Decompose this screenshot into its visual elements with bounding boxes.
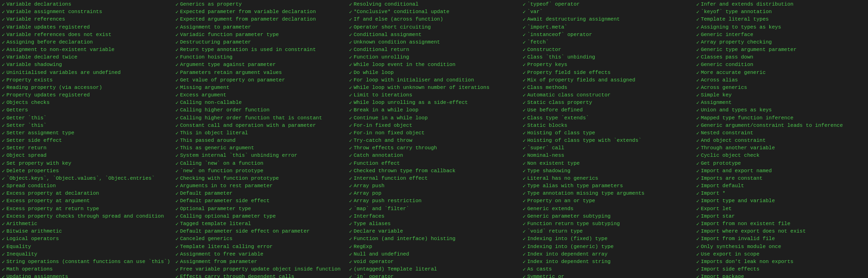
list-item[interactable]: ✓Declare variable	[349, 228, 519, 235]
list-item[interactable]: ✓Property keys	[523, 61, 693, 69]
list-item[interactable]: ✓Try-catch and throw	[349, 137, 519, 145]
list-item[interactable]: ✓Property updates registered	[2, 92, 172, 99]
list-item[interactable]: ✓Assigning to types as keys	[696, 24, 866, 31]
list-item[interactable]: ✓And object constraint	[696, 137, 866, 145]
list-item[interactable]: ✓Type shadowing	[523, 168, 693, 175]
list-item[interactable]: ✓`instanceof` operator	[523, 31, 693, 39]
list-item[interactable]: ✓Limit to iterations	[349, 92, 519, 99]
list-item[interactable]: ✓Export let	[696, 205, 866, 213]
list-item[interactable]: ✓Import side effects	[696, 266, 866, 273]
list-item[interactable]: ✓Assignment	[696, 99, 866, 107]
list-item[interactable]: ✓While loop event in the condition	[349, 61, 519, 69]
list-item[interactable]: ✓Spread condition	[2, 183, 172, 190]
list-item[interactable]: ✓Do while loop	[349, 69, 519, 77]
list-item[interactable]: ✓Arguments in to rest parameter	[175, 183, 345, 190]
list-item[interactable]: ✓Property exists	[2, 77, 172, 84]
list-item[interactable]: ✓Type alias with type parameters	[523, 183, 693, 190]
list-item[interactable]: ✓Setter side effect	[2, 137, 172, 145]
list-item[interactable]: ✓Await destructuring assignment	[523, 16, 693, 23]
list-item[interactable]: ✓Updating assignments	[2, 273, 172, 278]
list-item[interactable]: ✓Variable assignment constraints	[2, 8, 172, 16]
list-item[interactable]: ✓Function unrolling	[349, 54, 519, 61]
list-item[interactable]: ✓Automatic class constructor	[523, 92, 693, 99]
list-item[interactable]: ✓Array pop	[349, 190, 519, 198]
list-item[interactable]: ✓Setter assignment type	[2, 130, 172, 137]
list-item[interactable]: ✓Template literal calling error	[175, 243, 345, 251]
list-item[interactable]: ✓`map` and `filter`	[349, 205, 519, 213]
list-item[interactable]: ✓Class `this` unbinding	[523, 54, 693, 61]
list-item[interactable]: ✓Excess argument	[175, 92, 345, 99]
list-item[interactable]: ✓Null and undefined	[349, 251, 519, 258]
list-item[interactable]: ✓Static blocks	[523, 122, 693, 130]
list-item[interactable]: ✓Continue in a while loop	[349, 115, 519, 122]
list-item[interactable]: ✓Set property with key	[2, 160, 172, 168]
list-item[interactable]: ✓Imports don't leak non exports	[696, 258, 866, 266]
list-item[interactable]: ✓`Object.keys`, `Object.values`, `Object…	[2, 175, 172, 183]
list-item[interactable]: ✓Symmetric or	[523, 273, 693, 278]
list-item[interactable]: ✓Internal function effect	[349, 175, 519, 183]
list-item[interactable]: ✓Import default	[696, 183, 866, 190]
list-item[interactable]: ✓Simple key	[696, 92, 866, 99]
list-item[interactable]: ✓Classes pass down	[696, 54, 866, 61]
list-item[interactable]: ✓Generic extends	[523, 205, 693, 213]
list-item[interactable]: ✓Calling optional parameter type	[175, 213, 345, 220]
list-item[interactable]: ✓This as generic argument	[175, 145, 345, 152]
list-item[interactable]: ✓Expected parameter from variable declar…	[175, 8, 345, 16]
list-item[interactable]: ✓Setter return	[2, 145, 172, 152]
list-item[interactable]: ✓If and else (across function)	[349, 16, 519, 23]
list-item[interactable]: ✓Arithmetic	[2, 220, 172, 228]
list-item[interactable]: ✓Assignment to free variable	[175, 251, 345, 258]
list-item[interactable]: ✓Inequality	[2, 251, 172, 258]
list-item[interactable]: ✓Import type and variable	[696, 198, 866, 205]
list-item[interactable]: ✓`void` return type	[523, 228, 693, 235]
list-item[interactable]: ✓Only synthesis module once	[696, 243, 866, 251]
list-item[interactable]: ✓Assignment from parameter	[175, 258, 345, 266]
list-item[interactable]: ✓Cyclic object check	[696, 152, 866, 160]
list-item[interactable]: ✓Excess property at return type	[2, 205, 172, 213]
list-item[interactable]: ✓Destructuring parameter	[175, 39, 345, 46]
list-item[interactable]: ✓Assignment to non-existent variable	[2, 46, 172, 54]
list-item[interactable]: ✓Use before defined	[523, 107, 693, 114]
list-item[interactable]: ✓Type aliases	[349, 220, 519, 228]
list-item[interactable]: ✓Get value of property on parameter	[175, 77, 345, 84]
list-item[interactable]: ✓Logical operators	[2, 235, 172, 243]
list-item[interactable]: ✓Throw effects carry through	[349, 145, 519, 152]
list-item[interactable]: ✓`super` call	[523, 145, 693, 152]
list-item[interactable]: ✓*Conclusive* conditional update	[349, 8, 519, 16]
list-item[interactable]: ✓Default parameter side effect	[175, 198, 345, 205]
list-item[interactable]: ✓Generic type argument parameter	[696, 46, 866, 54]
list-item[interactable]: ✓While loop with unknown number of itera…	[349, 84, 519, 92]
list-item[interactable]: ✓`in` operator	[349, 273, 519, 278]
list-item[interactable]: ✓Checking with function prototype	[175, 175, 345, 183]
list-item[interactable]: ✓Function return type subtyping	[523, 220, 693, 228]
list-item[interactable]: ✓Canceled generics	[175, 235, 345, 243]
list-item[interactable]: ✓Array property checking	[696, 39, 866, 46]
list-item[interactable]: ✓Nominal-ness	[523, 152, 693, 160]
list-item[interactable]: ✓More accurate generic	[696, 69, 866, 77]
list-item[interactable]: ✓Nested constraint	[696, 130, 866, 137]
list-item[interactable]: ✓Interfaces	[349, 213, 519, 220]
list-item[interactable]: ✓Objects checks	[2, 99, 172, 107]
list-item[interactable]: ✓Effects carry through dependent calls	[175, 273, 345, 278]
list-item[interactable]: ✓Import *	[696, 190, 866, 198]
list-item[interactable]: ✓Array push	[349, 183, 519, 190]
list-item[interactable]: ✓`new` on function prototype	[175, 168, 345, 175]
list-item[interactable]: ✓Function (and interface) hoisting	[349, 235, 519, 243]
list-item[interactable]: ✓Getters	[2, 107, 172, 114]
list-item[interactable]: ✓Default parameter	[175, 190, 345, 198]
list-item[interactable]: ✓Setter `this`	[2, 122, 172, 130]
list-item[interactable]: ✓Static class property	[523, 99, 693, 107]
list-item[interactable]: ✓Get prototype	[696, 160, 866, 168]
list-item[interactable]: ✓Template literal types	[696, 16, 866, 23]
list-item[interactable]: ✓For-in fixed object	[349, 122, 519, 130]
list-item[interactable]: ✓Constant call and operation with a para…	[175, 122, 345, 130]
list-item[interactable]: ✓Variable references does not exist	[2, 31, 172, 39]
list-item[interactable]: ✓Constructor	[523, 46, 693, 54]
list-item[interactable]: ✓Excess property at declaration	[2, 190, 172, 198]
list-item[interactable]: ✓(untagged) Template literal	[349, 266, 519, 273]
list-item[interactable]: ✓Getter `this`	[2, 115, 172, 122]
list-item[interactable]: ✓Generics as property	[175, 1, 345, 8]
list-item[interactable]: ✓Free variable property update object in…	[175, 266, 345, 273]
list-item[interactable]: ✓Function effect	[349, 160, 519, 168]
list-item[interactable]: ✓Calling higher order function that is c…	[175, 115, 345, 122]
